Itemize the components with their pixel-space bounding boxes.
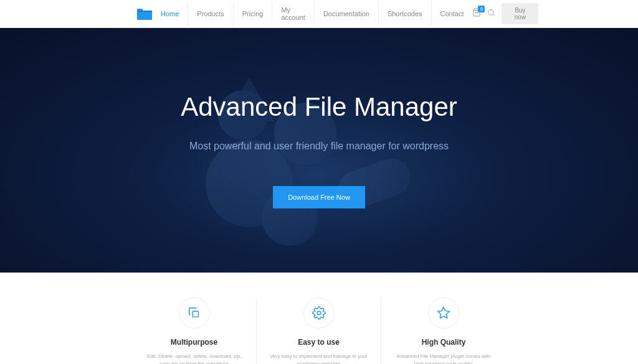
logo[interactable]: [137, 7, 152, 20]
gear-icon: [303, 297, 335, 329]
nav-shortcodes[interactable]: Shortcodes: [379, 1, 432, 26]
nav-pricing[interactable]: Pricing: [234, 1, 273, 26]
nav-my-account[interactable]: My account: [272, 0, 315, 30]
search-icon: [487, 9, 495, 17]
feature-multipurpose: Multipurpose Edit, Delete, upload, delet…: [132, 297, 257, 364]
cart-count-badge: 0: [478, 6, 485, 12]
cart-button[interactable]: 0: [472, 8, 481, 19]
header-right: 0 Buy now: [472, 3, 538, 24]
search-button[interactable]: [487, 8, 495, 19]
hero-subtitle: Most powerful and user friendly file man…: [181, 141, 457, 152]
svg-point-7: [317, 311, 321, 315]
copy-icon: [179, 297, 210, 329]
svg-rect-6: [193, 311, 198, 317]
nav-documentation[interactable]: Documentation: [315, 1, 379, 26]
main-nav: Home Products Pricing My account Documen…: [152, 0, 472, 30]
svg-marker-8: [438, 307, 449, 318]
hero-title: Advanced File Manager: [181, 92, 457, 122]
feature-title: Multipurpose: [145, 338, 244, 347]
feature-title: Easy to use: [269, 338, 368, 347]
feature-desc: Edit, Delete, upload, delete, download, …: [145, 353, 244, 364]
header: Home Products Pricing My account Documen…: [0, 0, 638, 28]
svg-point-4: [488, 10, 494, 16]
svg-line-5: [493, 14, 495, 16]
star-icon: [428, 297, 459, 329]
svg-rect-1: [137, 11, 152, 20]
svg-rect-2: [137, 11, 152, 12]
feature-easy-to-use: Easy to use Very easy to implement and m…: [257, 297, 381, 364]
buy-now-button[interactable]: Buy now: [502, 3, 538, 24]
feature-high-quality: High Quality Advanced File Manager plugi…: [381, 297, 506, 364]
nav-contact[interactable]: Contact: [432, 1, 473, 26]
hero-section: Advanced File Manager Most powerful and …: [0, 28, 638, 273]
features-section: Multipurpose Edit, Delete, upload, delet…: [0, 273, 638, 364]
nav-home[interactable]: Home: [152, 1, 188, 26]
feature-desc: Advanced File Manager plugin comes with …: [394, 353, 493, 364]
hero-content: Advanced File Manager Most powerful and …: [181, 92, 457, 208]
feature-title: High Quality: [394, 338, 493, 347]
nav-products[interactable]: Products: [188, 1, 233, 26]
feature-desc: Very easy to implement and manage in you…: [269, 353, 368, 364]
download-button[interactable]: Download Free Now: [273, 186, 365, 208]
